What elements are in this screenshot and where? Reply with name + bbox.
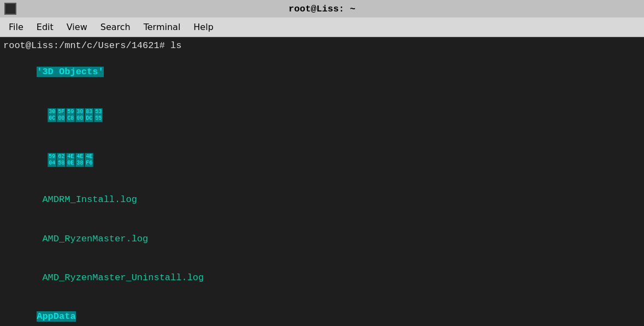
menu-bar: File Edit View Search Terminal Help	[0, 17, 644, 37]
dir-3d-objects: '3D Objects'	[37, 67, 103, 77]
file-amd-ryzen-uninstall: AMD_RyzenMaster_Uninstall.log	[37, 272, 204, 283]
menu-edit[interactable]: Edit	[30, 20, 60, 34]
hex-cell: 5904	[48, 153, 56, 167]
menu-view[interactable]: View	[60, 20, 94, 34]
terminal-window: root@Liss: ~ File Edit View Search Termi…	[0, 0, 644, 326]
menu-terminal[interactable]: Terminal	[137, 20, 187, 34]
hex-row-1: 300C 5F00 59C8 3000 83DC 5355	[48, 108, 103, 122]
output-line-amd-ryzen: AMD_RyzenMaster.log	[3, 220, 641, 258]
file-amd-ryzen: AMD_RyzenMaster.log	[37, 234, 148, 244]
dir-appdata: AppData	[37, 311, 75, 322]
hex-cell: 4EF6	[85, 153, 93, 167]
hex-cell: 6258	[57, 153, 66, 167]
menu-file[interactable]: File	[2, 20, 30, 34]
hex-cell: 4E38	[75, 153, 84, 167]
hex-cell: 5F00	[57, 108, 66, 122]
menu-help[interactable]: Help	[187, 20, 220, 34]
output-line-appdata: AppData	[3, 298, 641, 326]
hex-cell: 5355	[94, 108, 103, 122]
terminal-body[interactable]: root@Liss:/mnt/c/Users/14621# ls '3D Obj…	[0, 37, 644, 326]
hex-cell: 3000	[75, 108, 84, 122]
hex-cell: 59C8	[66, 108, 75, 122]
file-amdrm: AMDRM_Install.log	[37, 194, 137, 205]
output-line-amdrm: AMDRM_Install.log	[3, 180, 641, 219]
hex-line-2: 5904 6258 4E0E 4E38 4EF6	[14, 136, 641, 181]
output-line-amd-ryzen-uninstall: AMD_RyzenMaster_Uninstall.log	[3, 258, 641, 297]
hex-row-2: 5904 6258 4E0E 4E38 4EF6	[48, 153, 93, 167]
hex-line-1: 300C 5F00 59C8 3000 83DC 5355	[14, 91, 641, 136]
output-line-1: '3D Objects'	[3, 52, 641, 91]
hex-cell: 83DC	[85, 108, 93, 122]
hex-cell: 4E0E	[66, 153, 75, 167]
title-bar: root@Liss: ~	[0, 0, 644, 17]
prompt-line: root@Liss:/mnt/c/Users/14621# ls	[3, 39, 641, 52]
close-button[interactable]	[4, 3, 16, 15]
hex-cell: 300C	[48, 108, 56, 122]
window-title: root@Liss: ~	[288, 4, 355, 14]
menu-search[interactable]: Search	[94, 20, 137, 34]
